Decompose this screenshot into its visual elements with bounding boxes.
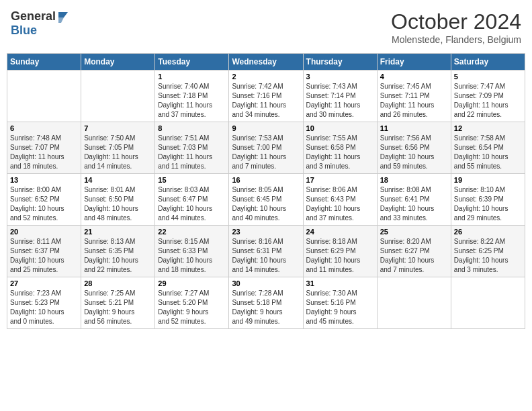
day-number: 20 [10,228,78,236]
day-info: Sunrise: 8:05 AM Sunset: 6:45 PM Dayligh… [232,185,300,223]
day-info: Sunrise: 8:15 AM Sunset: 6:33 PM Dayligh… [158,237,226,275]
day-number: 22 [158,228,226,236]
day-info: Sunrise: 7:42 AM Sunset: 7:16 PM Dayligh… [232,82,300,120]
logo: General Blue [11,9,69,38]
title-block: October 2024 Molenstede, Flanders, Belgi… [391,9,521,45]
day-info: Sunrise: 7:43 AM Sunset: 7:14 PM Dayligh… [306,82,374,120]
calendar-cell: 19Sunrise: 8:10 AM Sunset: 6:39 PM Dayli… [451,174,525,226]
calendar-cell: 23Sunrise: 8:16 AM Sunset: 6:31 PM Dayli… [229,226,303,277]
calendar-cell: 12Sunrise: 7:58 AM Sunset: 6:54 PM Dayli… [451,122,525,174]
calendar-cell [451,277,525,329]
day-number: 4 [380,73,448,81]
calendar-cell: 31Sunrise: 7:30 AM Sunset: 5:16 PM Dayli… [303,277,377,329]
calendar-week-row: 6Sunrise: 7:48 AM Sunset: 7:07 PM Daylig… [7,122,525,174]
day-info: Sunrise: 8:01 AM Sunset: 6:50 PM Dayligh… [84,185,152,223]
page-header: General Blue October 2024 Molenstede, Fl… [7,7,525,48]
day-info: Sunrise: 8:18 AM Sunset: 6:29 PM Dayligh… [306,237,374,275]
logo-blue: Blue [11,24,37,38]
weekday-header-saturday: Saturday [451,54,525,71]
day-info: Sunrise: 8:03 AM Sunset: 6:47 PM Dayligh… [158,185,226,223]
day-number: 13 [10,176,78,184]
day-info: Sunrise: 7:51 AM Sunset: 7:03 PM Dayligh… [158,134,226,171]
calendar-cell: 21Sunrise: 8:13 AM Sunset: 6:35 PM Dayli… [81,226,155,277]
calendar-cell: 3Sunrise: 7:43 AM Sunset: 7:14 PM Daylig… [303,71,377,122]
day-number: 29 [158,279,226,287]
day-info: Sunrise: 7:50 AM Sunset: 7:05 PM Dayligh… [84,134,152,171]
day-info: Sunrise: 7:27 AM Sunset: 5:20 PM Dayligh… [158,289,226,326]
day-number: 15 [158,176,226,184]
day-info: Sunrise: 8:10 AM Sunset: 6:39 PM Dayligh… [454,185,522,223]
location: Molenstede, Flanders, Belgium [391,34,521,45]
day-info: Sunrise: 8:08 AM Sunset: 6:41 PM Dayligh… [380,185,448,223]
calendar-cell: 8Sunrise: 7:51 AM Sunset: 7:03 PM Daylig… [155,122,229,174]
day-number: 30 [232,279,300,287]
weekday-header-friday: Friday [377,54,451,71]
day-info: Sunrise: 7:28 AM Sunset: 5:18 PM Dayligh… [232,289,300,326]
day-info: Sunrise: 7:25 AM Sunset: 5:21 PM Dayligh… [84,289,152,326]
day-number: 9 [232,124,300,132]
day-number: 19 [454,176,522,184]
calendar-week-row: 20Sunrise: 8:11 AM Sunset: 6:37 PM Dayli… [7,226,525,277]
calendar-cell: 20Sunrise: 8:11 AM Sunset: 6:37 PM Dayli… [7,226,81,277]
calendar-cell: 4Sunrise: 7:45 AM Sunset: 7:11 PM Daylig… [377,71,451,122]
day-info: Sunrise: 7:30 AM Sunset: 5:16 PM Dayligh… [306,289,374,326]
calendar-table: SundayMondayTuesdayWednesdayThursdayFrid… [7,53,525,329]
weekday-header-wednesday: Wednesday [229,54,303,71]
day-info: Sunrise: 7:56 AM Sunset: 6:56 PM Dayligh… [380,134,448,171]
weekday-header-row: SundayMondayTuesdayWednesdayThursdayFrid… [7,54,525,71]
day-number: 6 [10,124,78,132]
calendar-cell: 1Sunrise: 7:40 AM Sunset: 7:18 PM Daylig… [155,71,229,122]
svg-marker-0 [58,12,68,17]
weekday-header-monday: Monday [81,54,155,71]
day-info: Sunrise: 8:22 AM Sunset: 6:25 PM Dayligh… [454,237,522,275]
calendar-cell: 22Sunrise: 8:15 AM Sunset: 6:33 PM Dayli… [155,226,229,277]
calendar-cell [81,71,155,122]
calendar-cell: 25Sunrise: 8:20 AM Sunset: 6:27 PM Dayli… [377,226,451,277]
calendar-cell: 16Sunrise: 8:05 AM Sunset: 6:45 PM Dayli… [229,174,303,226]
day-number: 5 [454,73,522,81]
day-number: 12 [454,124,522,132]
day-info: Sunrise: 7:23 AM Sunset: 5:23 PM Dayligh… [10,289,78,326]
calendar-week-row: 13Sunrise: 8:00 AM Sunset: 6:52 PM Dayli… [7,174,525,226]
day-number: 24 [306,228,374,236]
calendar-cell: 30Sunrise: 7:28 AM Sunset: 5:18 PM Dayli… [229,277,303,329]
day-info: Sunrise: 8:00 AM Sunset: 6:52 PM Dayligh… [10,185,78,223]
svg-marker-1 [58,17,64,23]
day-number: 18 [380,176,448,184]
day-number: 23 [232,228,300,236]
calendar-cell: 15Sunrise: 8:03 AM Sunset: 6:47 PM Dayli… [155,174,229,226]
day-info: Sunrise: 8:06 AM Sunset: 6:43 PM Dayligh… [306,185,374,223]
day-number: 10 [306,124,374,132]
day-info: Sunrise: 7:48 AM Sunset: 7:07 PM Dayligh… [10,134,78,171]
day-info: Sunrise: 8:13 AM Sunset: 6:35 PM Dayligh… [84,237,152,275]
day-number: 27 [10,279,78,287]
calendar-cell: 14Sunrise: 8:01 AM Sunset: 6:50 PM Dayli… [81,174,155,226]
day-number: 25 [380,228,448,236]
day-info: Sunrise: 7:40 AM Sunset: 7:18 PM Dayligh… [158,82,226,120]
day-number: 21 [84,228,152,236]
day-info: Sunrise: 8:20 AM Sunset: 6:27 PM Dayligh… [380,237,448,275]
calendar-week-row: 1Sunrise: 7:40 AM Sunset: 7:18 PM Daylig… [7,71,525,122]
calendar-cell: 10Sunrise: 7:55 AM Sunset: 6:58 PM Dayli… [303,122,377,174]
calendar-cell: 27Sunrise: 7:23 AM Sunset: 5:23 PM Dayli… [7,277,81,329]
weekday-header-thursday: Thursday [303,54,377,71]
day-info: Sunrise: 7:45 AM Sunset: 7:11 PM Dayligh… [380,82,448,120]
calendar-cell: 28Sunrise: 7:25 AM Sunset: 5:21 PM Dayli… [81,277,155,329]
calendar-cell: 17Sunrise: 8:06 AM Sunset: 6:43 PM Dayli… [303,174,377,226]
day-info: Sunrise: 7:55 AM Sunset: 6:58 PM Dayligh… [306,134,374,171]
calendar-cell [7,71,81,122]
day-number: 1 [158,73,226,81]
day-number: 3 [306,73,374,81]
day-number: 7 [84,124,152,132]
calendar-cell: 5Sunrise: 7:47 AM Sunset: 7:09 PM Daylig… [451,71,525,122]
day-number: 26 [454,228,522,236]
calendar-cell: 9Sunrise: 7:53 AM Sunset: 7:00 PM Daylig… [229,122,303,174]
day-info: Sunrise: 8:11 AM Sunset: 6:37 PM Dayligh… [10,237,78,275]
calendar-week-row: 27Sunrise: 7:23 AM Sunset: 5:23 PM Dayli… [7,277,525,329]
calendar-cell: 18Sunrise: 8:08 AM Sunset: 6:41 PM Dayli… [377,174,451,226]
calendar-cell [377,277,451,329]
calendar-cell: 11Sunrise: 7:56 AM Sunset: 6:56 PM Dayli… [377,122,451,174]
day-number: 31 [306,279,374,287]
calendar-cell: 6Sunrise: 7:48 AM Sunset: 7:07 PM Daylig… [7,122,81,174]
calendar-cell: 29Sunrise: 7:27 AM Sunset: 5:20 PM Dayli… [155,277,229,329]
